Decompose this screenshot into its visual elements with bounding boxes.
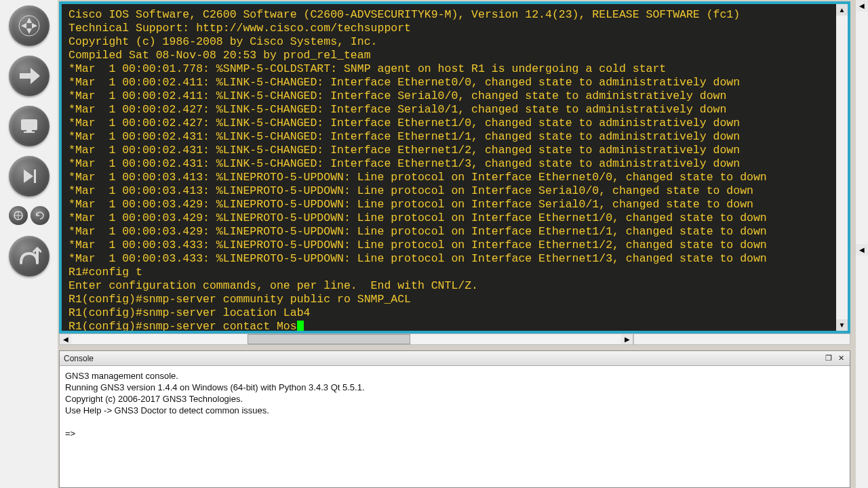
console-panel: Console ❐ ✕ GNS3 management console. Run… (59, 350, 850, 488)
canvas-hscrollbar[interactable]: ◀ ▶ (59, 333, 633, 345)
scroll-left-icon[interactable]: ◀ (60, 334, 71, 344)
monitor-icon (17, 114, 41, 138)
device-toolbar (0, 0, 58, 488)
play-tool-button[interactable] (9, 156, 50, 197)
cursor (297, 321, 304, 331)
undock-button[interactable]: ❐ (824, 354, 833, 363)
close-button[interactable]: ✕ (836, 354, 846, 363)
console-all-button[interactable] (9, 206, 28, 225)
globe-icon (13, 210, 24, 221)
svg-rect-3 (24, 131, 35, 133)
side-scroll-left2-icon[interactable]: ◀ (856, 244, 868, 256)
console-controls: ❐ ✕ (824, 354, 846, 363)
router-tool-button[interactable] (9, 5, 50, 46)
console-title: Console (64, 354, 94, 363)
small-tools-row (9, 206, 50, 226)
terminal-output[interactable]: Cisco IOS Software, C2600 Software (C260… (62, 4, 836, 331)
hscroll-gap (633, 333, 850, 345)
scroll-right-icon[interactable]: ▶ (621, 334, 633, 344)
app-root: Cisco IOS Software, C2600 Software (C260… (0, 0, 868, 488)
side-scroll-track[interactable] (856, 12, 868, 244)
hscroll-track[interactable] (71, 334, 621, 344)
link-tool-button[interactable] (9, 56, 50, 96)
terminal-window: Cisco IOS Software, C2600 Software (C260… (59, 1, 850, 333)
svg-rect-4 (34, 169, 36, 183)
scroll-down-icon[interactable]: ▼ (836, 319, 848, 331)
scroll-track[interactable] (836, 16, 848, 319)
cable-tool-button[interactable] (9, 236, 50, 277)
terminal-vscrollbar[interactable]: ▲ ▼ (836, 4, 848, 331)
capture-button[interactable] (31, 206, 50, 225)
scroll-up-icon[interactable]: ▲ (836, 4, 848, 16)
side-scroll-left-icon[interactable]: ◀ (856, 0, 868, 12)
canvas-hscroll-row: ◀ ▶ (59, 333, 850, 345)
side-scroll-track2[interactable] (856, 256, 868, 488)
play-step-icon (17, 164, 41, 188)
router-icon (17, 14, 41, 38)
svg-rect-2 (26, 130, 32, 131)
console-body[interactable]: GNS3 management console. Running GNS3 ve… (60, 366, 850, 487)
hscroll-thumb[interactable] (248, 334, 410, 344)
console-header: Console ❐ ✕ (60, 351, 850, 366)
arrow-sync-icon (35, 210, 45, 221)
side-panel-scrollbar[interactable]: ◀ ◀ (856, 0, 868, 488)
main-column: Cisco IOS Software, C2600 Software (C260… (58, 0, 856, 488)
svg-rect-1 (21, 119, 37, 130)
host-tool-button[interactable] (9, 106, 50, 146)
cable-icon (17, 244, 41, 268)
arrow-right-icon (17, 64, 41, 88)
